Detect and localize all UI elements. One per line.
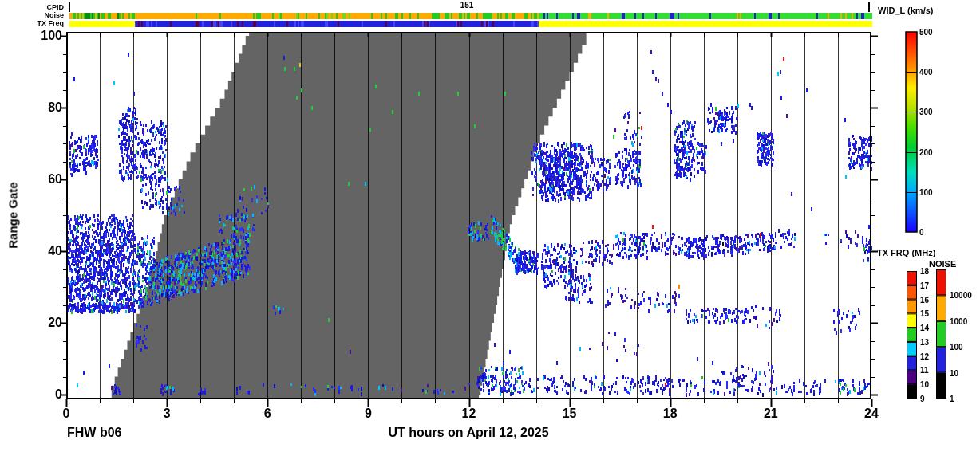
x-tick-label: 3: [151, 407, 183, 421]
txfrq-colorbar-tick-label: 9: [920, 395, 925, 403]
x-tick-label: 9: [352, 407, 384, 421]
x-tick-label: 0: [50, 407, 82, 421]
wid-colorbar-tick-label: 0: [919, 228, 924, 237]
x-tick-label: 21: [755, 407, 787, 421]
x-tick-label: 15: [554, 407, 586, 421]
y-tick-label: 40: [32, 244, 62, 258]
txfrq-colorbar-tick-label: 16: [920, 296, 929, 305]
x-tick-label: 6: [251, 407, 283, 421]
x-tick-label: 12: [453, 407, 485, 421]
y-tick-label: 20: [32, 316, 62, 330]
wid-colorbar-tick-label: 400: [919, 68, 933, 77]
txfrq-colorbar-tick-label: 11: [920, 366, 929, 375]
noise-colorbar-title: NOISE: [929, 259, 956, 269]
txfrq-colorbar-tick-label: 18: [920, 267, 929, 276]
station-label: FHW b06: [67, 426, 121, 440]
wid-colorbar-title: WID_L (km/s): [878, 6, 933, 15]
y-tick-label: 0: [32, 387, 62, 402]
y-axis-title: Range Gate: [6, 182, 20, 248]
noise-colorbar-tick-label: 1000: [950, 317, 967, 326]
x-tick-label: 18: [654, 407, 686, 421]
cpid-strip-label: CPID: [0, 3, 64, 11]
txfrq-colorbar-tick-label: 13: [920, 338, 929, 347]
noise-colorbar-tick-label: 1: [950, 395, 954, 403]
wid-colorbar-tick-label: 500: [919, 28, 933, 37]
wid-colorbar-tick-label: 200: [919, 148, 933, 157]
txfrq-colorbar-tick-label: 17: [920, 281, 929, 290]
plot-canvas: [0, 0, 980, 452]
txfreq-strip-label: TX Freq: [0, 19, 64, 27]
txfrq-colorbar-title: TX FRQ (MHz): [877, 248, 935, 257]
y-tick-label: 100: [32, 29, 62, 43]
txfrq-colorbar-tick-label: 15: [920, 309, 929, 318]
cpid-value: 151: [460, 1, 474, 10]
noise-colorbar-tick-label: 10000: [950, 291, 972, 300]
rti-summary-plot: CPID Noise TX Freq 151 WID_L (km/s) TX F…: [0, 0, 980, 452]
noise-strip-label: Noise: [0, 11, 64, 19]
txfrq-colorbar-tick-label: 10: [920, 380, 929, 389]
wid-colorbar-tick-label: 100: [919, 188, 933, 197]
wid-colorbar-tick-label: 300: [919, 108, 933, 116]
x-axis-title: UT hours on April 12, 2025: [388, 426, 548, 440]
noise-colorbar-tick-label: 10: [950, 369, 958, 378]
txfrq-colorbar-tick-label: 14: [920, 324, 929, 332]
noise-colorbar-tick-label: 100: [950, 343, 963, 352]
x-tick-label: 24: [856, 407, 887, 421]
txfrq-colorbar-tick-label: 12: [920, 352, 929, 361]
y-tick-label: 80: [32, 100, 62, 115]
y-tick-label: 60: [32, 172, 62, 187]
